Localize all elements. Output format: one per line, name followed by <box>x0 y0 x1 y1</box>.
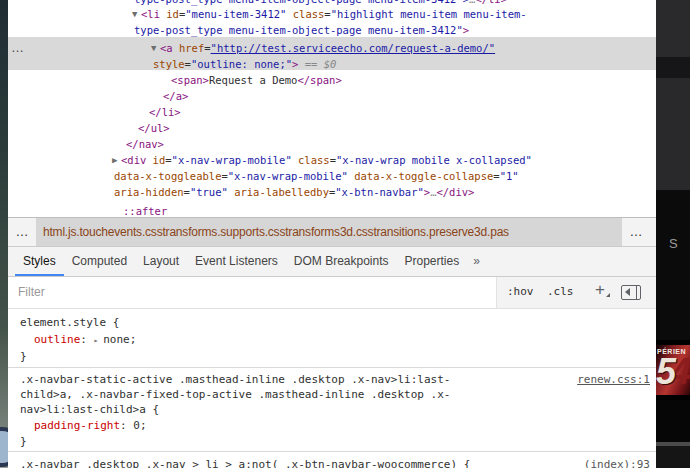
filter-placeholder: Filter <box>18 285 45 299</box>
plus-icon: + <box>595 280 605 299</box>
breadcrumb-bar: … html.js.touchevents.csstransforms.supp… <box>8 217 656 247</box>
page-text-fragment: S <box>669 236 678 251</box>
dom-node-line[interactable]: <span>Request a Demo</span> <box>171 72 342 88</box>
styles-pane[interactable]: element.style {outline: ▸ none;}.x-navba… <box>8 309 656 468</box>
breadcrumb-overflow-left[interactable]: … <box>8 218 36 246</box>
styles-filter-bar: Filter :hov .cls + <box>8 277 656 309</box>
page-header-band <box>656 0 690 57</box>
toggle-element-state-button[interactable]: :hov <box>507 285 534 298</box>
dom-node-line[interactable]: style="outline: none;"> == $0 <box>153 56 336 72</box>
sidebar-tab-bar: StylesComputedLayoutEvent ListenersDOM B… <box>8 247 656 277</box>
dom-node-line[interactable]: </ul> <box>138 120 170 136</box>
devtools-window: … type-post_type menu-item-object-page m… <box>8 0 656 468</box>
tabs-overflow-button[interactable]: » <box>467 247 486 276</box>
collapsed-arrow-icon[interactable]: ▶ <box>112 152 117 169</box>
rule-separator <box>8 367 656 368</box>
page-dark-band <box>656 57 690 78</box>
style-rule-line[interactable]: .x-navbar .desktop .x-nav > li > a:not( … <box>20 458 470 468</box>
style-rule-line[interactable]: outline: ▸ none; <box>34 333 136 348</box>
breadcrumb-overflow-right[interactable]: … <box>622 218 650 246</box>
styles-filter-input[interactable]: Filter <box>8 277 497 308</box>
style-source-link[interactable]: renew.css:1 <box>577 373 650 387</box>
elements-tree[interactable]: … type-post_type menu-item-object-page m… <box>8 0 656 217</box>
style-rule-line[interactable]: element.style { <box>20 316 119 330</box>
page-black-band <box>656 400 690 442</box>
tab-dom-breakpoints[interactable]: DOM Breakpoints <box>286 247 397 276</box>
rule-separator <box>8 451 656 452</box>
page-black-band: S <box>656 190 690 340</box>
dom-node-line[interactable]: ::after <box>123 203 167 217</box>
style-rule-line[interactable]: } <box>20 350 27 364</box>
dom-node-line[interactable]: aria-hidden="true" aria-labelledby="x-bt… <box>114 184 474 200</box>
image-digit-front: 5 <box>656 354 676 390</box>
expanded-arrow-icon[interactable]: ▼ <box>132 6 137 23</box>
style-rule-line[interactable]: .x-navbar-static-active .masthead-inline… <box>20 373 450 387</box>
dom-node-line[interactable]: </a> <box>163 88 188 104</box>
style-rule-line[interactable]: child>a, .x-navbar-fixed-top-active .mas… <box>20 388 450 402</box>
tab-layout[interactable]: Layout <box>135 247 187 276</box>
tab-properties[interactable]: Properties <box>397 247 468 276</box>
style-rule-line[interactable]: nav>li:last-child>a { <box>20 403 159 417</box>
background-page-left <box>0 0 8 468</box>
toggle-computed-sidebar-icon[interactable] <box>621 285 641 300</box>
dom-node-line[interactable]: </li> <box>149 104 181 120</box>
plus-dropdown-corner-icon <box>606 293 610 297</box>
tab-computed[interactable]: Computed <box>64 247 135 276</box>
magazine-cover-image: PÉRIEN 4 5 <box>656 345 690 395</box>
dom-node-line[interactable]: </nav> <box>126 136 164 152</box>
dom-node-line[interactable]: data-x-toggleable="x-nav-wrap-mobile" da… <box>114 168 519 184</box>
page-footer-band <box>656 446 690 468</box>
style-rule-line[interactable]: } <box>20 435 27 449</box>
expanded-arrow-icon[interactable]: ▼ <box>151 40 156 57</box>
tab-styles[interactable]: Styles <box>15 247 64 276</box>
page-image-fragment: PÉRIEN 4 5 <box>656 340 690 400</box>
dom-node-line[interactable]: <div id="x-nav-wrap-mobile" class="x-nav… <box>121 152 532 168</box>
breadcrumb-selected-crumb[interactable]: html.js.touchevents.csstransforms.suppor… <box>36 218 622 246</box>
style-rule-line[interactable]: padding-right: 0; <box>34 419 147 433</box>
style-source-link[interactable]: (index):93 <box>584 458 650 468</box>
background-page-right: S PÉRIEN 4 5 <box>656 0 690 468</box>
new-style-rule-button[interactable]: + <box>595 280 605 300</box>
dom-node-line[interactable]: <a href="http://test.serviceecho.com/req… <box>160 40 495 56</box>
node-overflow-ellipsis[interactable]: … <box>11 40 24 56</box>
dom-node-line[interactable]: type-post_type menu-item-object-page men… <box>134 22 469 38</box>
dom-node-line[interactable]: <li id="menu-item-3412" class="highlight… <box>141 6 527 22</box>
page-gray-band <box>656 78 690 190</box>
screenshot-root: … type-post_type menu-item-object-page m… <box>0 0 690 468</box>
element-classes-button[interactable]: .cls <box>547 285 574 298</box>
tab-event-listeners[interactable]: Event Listeners <box>187 247 286 276</box>
